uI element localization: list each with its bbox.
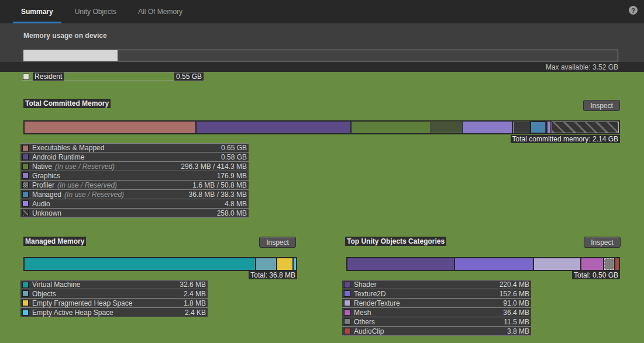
- legend-value: 152.6 MB: [500, 290, 529, 298]
- legend-label: Unknown: [32, 209, 61, 217]
- help-icon[interactable]: ?: [629, 6, 638, 15]
- managed-section-title: Managed Memory: [23, 237, 86, 245]
- legend-row-objects[interactable]: Objects2.4 MB: [20, 289, 208, 299]
- max-available-label: Max available: 3.52 GB: [0, 62, 644, 72]
- legend-row-executables-mapped[interactable]: Executables & Mapped0.65 GB: [20, 143, 249, 153]
- tabs-container: SummaryUnity ObjectsAll Of Memory: [13, 0, 196, 23]
- legend-value: 2.4 KB: [185, 309, 206, 317]
- legend-row-audio[interactable]: Audio4.8 MB: [20, 199, 249, 209]
- legend-label: Executables & Mapped: [32, 144, 104, 152]
- legend-swatch: [22, 282, 29, 288]
- bar-segment-audio[interactable]: [547, 122, 550, 133]
- unity-objects-inspect-button[interactable]: Inspect: [584, 237, 621, 248]
- tab-bar: SummaryUnity ObjectsAll Of Memory ?: [0, 0, 644, 23]
- legend-label: Empty Active Heap Space: [32, 309, 113, 317]
- legend-value: 220.4 MB: [500, 280, 529, 289]
- legend-label: Resident: [33, 72, 64, 81]
- legend-row-unknown[interactable]: Unknown258.0 MB: [20, 209, 249, 218]
- legend-note: (In use / Reserved): [57, 181, 117, 189]
- unity-objects-bar[interactable]: [346, 257, 620, 271]
- tab-unity-objects[interactable]: Unity Objects: [67, 0, 125, 23]
- legend-row-empty-active-heap-space[interactable]: Empty Active Heap Space2.4 KB: [20, 308, 208, 317]
- legend-row-others[interactable]: Others11.5 MB: [342, 317, 531, 327]
- bar-segment-unknown[interactable]: [552, 122, 619, 133]
- legend-value: 0.58 GB: [221, 153, 247, 161]
- legend-swatch: [22, 191, 29, 198]
- managed-total-label: Total: 36.8 MB: [180, 271, 297, 279]
- committed-total-label: Total committed memory: 2.14 GB: [386, 135, 620, 143]
- legend-row-mesh[interactable]: Mesh36.4 MB: [342, 308, 531, 317]
- legend-value: 0.65 GB: [221, 144, 247, 152]
- bar-segment-executables-mapped[interactable]: [25, 122, 195, 133]
- bar-segment-others[interactable]: [604, 258, 614, 270]
- legend-row-profiler[interactable]: Profiler(In use / Reserved)1.6 MB / 50.8…: [20, 181, 249, 190]
- legend-value: 11.5 MB: [504, 318, 529, 326]
- legend-row-audioclip[interactable]: AudioClip3.8 MB: [342, 327, 531, 336]
- legend-label: Graphics: [32, 172, 60, 180]
- bar-segment-fill: [352, 122, 430, 133]
- device-resident-fill: [24, 50, 118, 61]
- legend-row-resident[interactable]: Resident0.55 GB: [21, 72, 205, 81]
- legend-value: 1.6 MB / 50.8 MB: [192, 181, 247, 189]
- bar-segment-virtual-machine[interactable]: [25, 258, 255, 270]
- committed-memory-bar[interactable]: [23, 120, 620, 134]
- legend-value: 258.0 MB: [217, 209, 247, 217]
- legend-swatch: [22, 210, 29, 216]
- committed-section-title: Total Committed Memory: [23, 99, 111, 108]
- legend-value: 4.8 MB: [225, 200, 247, 208]
- bar-segment-fill: [531, 122, 545, 133]
- legend-row-native[interactable]: Native(In use / Reserved)296.3 MB / 414.…: [20, 162, 249, 171]
- bar-segment-profiler[interactable]: [513, 122, 529, 133]
- legend-label: Native: [32, 162, 52, 171]
- tab-all-of-memory[interactable]: All Of Memory: [130, 0, 191, 23]
- legend-row-shader[interactable]: Shader220.4 MB: [342, 280, 531, 289]
- bar-segment-texture2d[interactable]: [455, 258, 533, 270]
- legend-swatch: [22, 154, 29, 160]
- bar-segment-rendertexture[interactable]: [534, 258, 580, 270]
- bar-segment-shader[interactable]: [347, 258, 454, 270]
- bar-segment-objects[interactable]: [256, 258, 276, 270]
- legend-row-rendertexture[interactable]: RenderTexture91.0 MB: [342, 299, 531, 308]
- legend-swatch: [344, 309, 350, 316]
- legend-swatch: [22, 182, 29, 188]
- legend-swatch: [22, 172, 29, 179]
- legend-value: 3.8 MB: [507, 327, 529, 335]
- legend-row-texture2d[interactable]: Texture2D152.6 MB: [342, 289, 531, 299]
- legend-swatch: [344, 300, 350, 306]
- legend-row-managed[interactable]: Managed(In use / Reserved)36.8 MB / 38.3…: [20, 190, 249, 199]
- legend-swatch: [22, 145, 29, 151]
- managed-legend: Virtual Machine32.6 MBObjects2.4 MBEmpty…: [20, 280, 208, 317]
- device-memory-bar[interactable]: [23, 50, 618, 61]
- legend-row-graphics[interactable]: Graphics176.9 MB: [20, 171, 249, 181]
- legend-value: 1.8 MB: [184, 299, 206, 307]
- legend-row-android-runtime[interactable]: Android Runtime0.58 GB: [20, 153, 249, 162]
- legend-row-virtual-machine[interactable]: Virtual Machine32.6 MB: [20, 280, 208, 289]
- device-panel-title: Memory usage on device: [23, 32, 107, 40]
- bar-segment-audioclip[interactable]: [615, 258, 619, 270]
- legend-row-empty-fragmented-heap-space[interactable]: Empty Fragmented Heap Space1.8 MB: [20, 299, 208, 308]
- bar-segment-graphics[interactable]: [463, 122, 512, 133]
- managed-inspect-button[interactable]: Inspect: [259, 237, 296, 248]
- legend-swatch: [344, 318, 350, 325]
- bar-segment-mesh[interactable]: [581, 258, 604, 270]
- legend-label: Android Runtime: [32, 153, 84, 161]
- legend-swatch: [344, 290, 350, 297]
- bar-segment-native[interactable]: [352, 122, 462, 133]
- legend-label: Virtual Machine: [32, 280, 81, 289]
- tab-summary[interactable]: Summary: [13, 0, 61, 23]
- managed-memory-bar[interactable]: [23, 257, 297, 271]
- unity-objects-section-title: Top Unity Objects Categories: [345, 237, 446, 245]
- committed-inspect-button[interactable]: Inspect: [583, 100, 620, 111]
- legend-swatch: [22, 309, 29, 316]
- legend-label: Shader: [354, 280, 377, 289]
- legend-swatch: [344, 328, 350, 334]
- bar-segment-empty-fragmented-heap-space[interactable]: [277, 258, 292, 270]
- legend-value: 32.6 MB: [180, 280, 206, 289]
- bar-segment-empty-active-heap-space[interactable]: [294, 258, 296, 270]
- legend-value: 36.8 MB / 38.3 MB: [189, 190, 247, 199]
- legend-swatch: [22, 163, 29, 169]
- bar-segment-managed[interactable]: [531, 122, 546, 133]
- bar-segment-android-runtime[interactable]: [197, 122, 350, 133]
- legend-label: RenderTexture: [354, 299, 400, 307]
- legend-label: AudioClip: [354, 327, 384, 335]
